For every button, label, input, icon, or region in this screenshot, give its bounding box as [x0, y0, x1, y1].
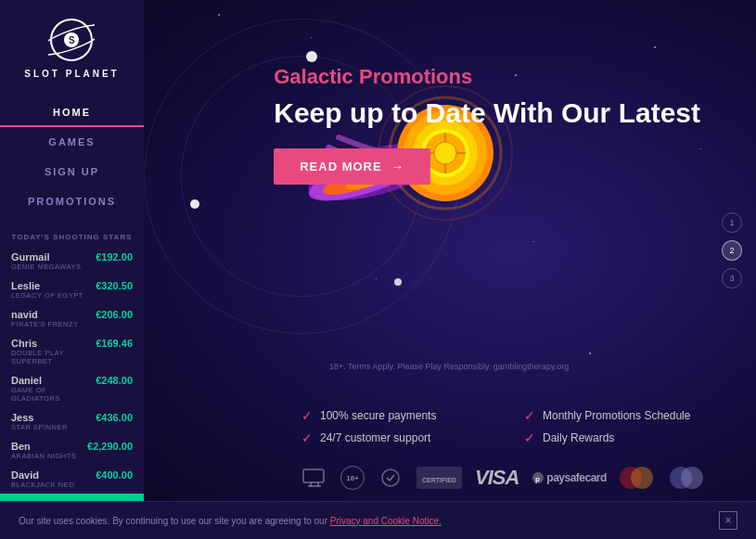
list-item: GurmailGENIE MEGAWAYS €192.00 — [0, 247, 144, 276]
check-icon: ✓ — [524, 408, 535, 423]
monitor-icon — [301, 468, 327, 488]
pagination-dot-2[interactable]: 2 — [722, 240, 742, 261]
features-list: ✓ 100% secure payments ✓ Monthly Promoti… — [301, 408, 710, 445]
svg-text:p: p — [535, 475, 540, 483]
cookie-text: Our site uses cookies. By continuing to … — [19, 516, 442, 526]
floating-dot — [190, 199, 199, 209]
card-icon — [670, 467, 707, 489]
feature-item: ✓ Daily Rewards — [524, 430, 710, 445]
feature-item: ✓ 24/7 customer support — [301, 430, 487, 445]
svg-rect-18 — [303, 469, 324, 482]
list-item: ChrisDOUBLE PLAY SUPERBET €169.46 — [0, 333, 144, 370]
feature-item: ✓ Monthly Promotions Schedule — [524, 408, 710, 423]
cookie-close-button[interactable]: × — [719, 511, 737, 530]
list-item: LeslieLEGACY OF EGYPT €320.50 — [0, 276, 144, 304]
promo-section: Galactic Promotions Keep up to Date With… — [274, 65, 700, 185]
age-restriction-icon: 18+ — [340, 466, 365, 490]
feature-item: ✓ 100% secure payments — [301, 408, 487, 423]
nav-games[interactable]: GAMES — [0, 127, 144, 157]
list-item: BenARABIAN NIGHTS €2,290.00 — [0, 436, 144, 465]
main-content: Galactic Promotions Keep up to Date With… — [144, 0, 756, 501]
svg-point-22 — [382, 469, 399, 486]
payment-badge-icon: CERTIFIED — [416, 467, 462, 489]
cookie-link[interactable]: Privacy and Cookie Notice. — [330, 516, 442, 526]
promo-subtitle: Galactic Promotions — [274, 65, 700, 89]
sidebar: S SLOT PLANET HOME GAMES SIGN UP PROMOTI… — [0, 0, 144, 501]
paysafecard-icon: p paysafecard — [532, 471, 607, 484]
list-item: DavidBLACKJACK NEO €400.00 — [0, 465, 144, 494]
arrow-icon: → — [391, 160, 404, 173]
list-item: navidPIRATE'S FRENZY €206.00 — [0, 304, 144, 333]
star-decoration — [218, 14, 220, 16]
logo-text: SLOT PLANET — [24, 69, 119, 79]
logo-area: S SLOT PLANET — [24, 0, 119, 88]
read-more-button[interactable]: READ MORE → — [274, 148, 429, 185]
list-item: JessSTAR SPINNER €436.00 — [0, 407, 144, 436]
logo-icon: S — [48, 17, 95, 63]
check-icon: ✓ — [524, 430, 535, 445]
shooting-stars-title: TODAY'S SHOOTING STARS — [0, 225, 144, 247]
payment-icons: 18+ CERTIFIED VISA p paysafecard — [301, 466, 728, 490]
pagination: 1 2 3 — [722, 212, 742, 289]
star-decoration — [654, 46, 656, 48]
list-item: DanielGAME OF GLADIATORS €248.00 — [0, 370, 144, 407]
login-button[interactable]: LOG IN — [0, 494, 144, 501]
nav-promotions[interactable]: PROMOTIONS — [0, 186, 144, 216]
safe-icon — [378, 468, 404, 488]
nav-home[interactable]: HOME — [0, 97, 144, 127]
visa-icon: VISA — [475, 466, 519, 490]
star-decoration — [700, 148, 701, 149]
terms-text: 18+. Terms Apply. Please Play Responsibl… — [329, 362, 663, 371]
star-decoration — [589, 353, 591, 354]
check-icon: ✓ — [301, 408, 313, 423]
cookie-bar: Our site uses cookies. By continuing to … — [0, 501, 756, 539]
mastercard-icon — [620, 467, 657, 489]
pagination-dot-3[interactable]: 3 — [722, 268, 742, 289]
shooting-stars-panel: TODAY'S SHOOTING STARS GurmailGENIE MEGA… — [0, 216, 144, 494]
main-nav: HOME GAMES SIGN UP PROMOTIONS — [0, 97, 144, 216]
check-icon: ✓ — [301, 430, 313, 445]
promo-title: Keep up to Date With Our Latest — [274, 96, 700, 130]
pagination-dot-1[interactable]: 1 — [722, 212, 742, 233]
nav-signup[interactable]: SIGN UP — [0, 157, 144, 186]
svg-text:S: S — [69, 35, 75, 45]
